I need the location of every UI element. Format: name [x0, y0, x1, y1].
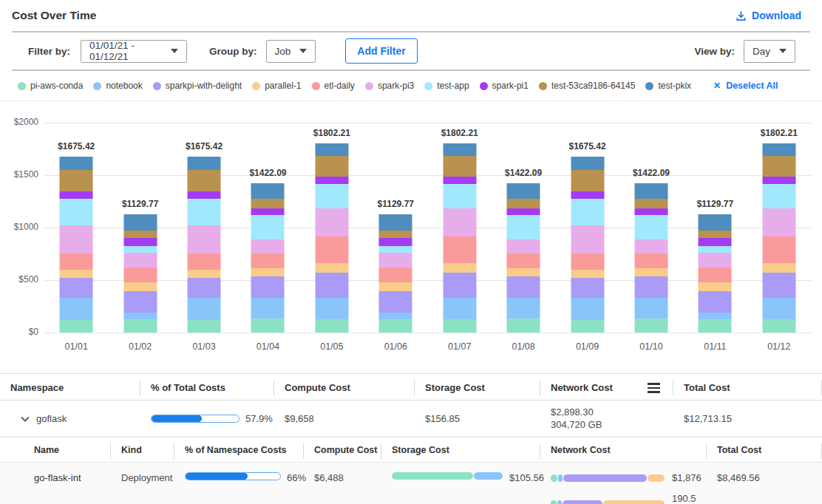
bar-segment-test-app[interactable] [188, 199, 221, 225]
legend-item-spark-pi1[interactable]: spark-pi1 [480, 81, 529, 91]
bar-segment-test-53ca9186-64145[interactable] [762, 156, 795, 177]
legend-item-parallel-1[interactable]: parallel-1 [252, 81, 301, 91]
bar-segment-pi-aws-conda[interactable] [315, 319, 348, 333]
bar-segment-etl-daily[interactable] [634, 253, 668, 268]
col-pct-namespace-costs[interactable]: % of Namespace Costs [174, 437, 304, 463]
stacked-bar-01/08[interactable] [507, 183, 540, 333]
bar-segment-etl-daily[interactable] [699, 268, 732, 282]
bar-segment-parallel-1[interactable] [571, 270, 604, 278]
bar-segment-test-53ca9186-64145[interactable] [188, 170, 221, 191]
legend-item-pi-aws-conda[interactable]: pi-aws-conda [18, 81, 83, 91]
bar-segment-notebook[interactable] [699, 313, 732, 319]
bar-segment-notebook[interactable] [188, 298, 221, 319]
stacked-bar-01/05[interactable] [315, 143, 348, 333]
col-pct-total-costs[interactable]: % of Total Costs [140, 374, 274, 401]
bar-segment-sparkpi-with-delight[interactable] [188, 278, 221, 299]
bar-segment-test-53ca9186-64145[interactable] [571, 170, 604, 191]
bar-segment-parallel-1[interactable] [60, 270, 93, 278]
bar-segment-spark-pi1[interactable] [315, 177, 348, 184]
bar-segment-parallel-1[interactable] [123, 282, 157, 292]
bar-segment-test-53ca9186-64145[interactable] [443, 156, 476, 177]
col-storage-cost[interactable]: Storage Cost [415, 374, 540, 401]
bar-segment-test-53ca9186-64145[interactable] [379, 231, 412, 239]
bar-segment-etl-daily[interactable] [571, 253, 604, 269]
bar-segment-sparkpi-with-delight[interactable] [762, 273, 795, 297]
workload-row[interactable]: go-flask-int Deployment 66% $6,488 $105.… [0, 463, 822, 504]
legend-item-test-app[interactable]: test-app [424, 81, 469, 91]
bar-segment-test-53ca9186-64145[interactable] [507, 199, 540, 208]
bar-segment-spark-pi1[interactable] [634, 208, 668, 215]
bar-segment-pi-aws-conda[interactable] [507, 319, 540, 333]
bar-segment-sparkpi-with-delight[interactable] [699, 291, 732, 313]
bar-segment-spark-pi3[interactable] [762, 208, 795, 236]
add-filter-button[interactable]: Add Filter [345, 38, 417, 64]
stacked-bar-01/03[interactable] [188, 157, 221, 333]
bar-segment-test-53ca9186-64145[interactable] [699, 231, 732, 239]
bar-segment-spark-pi3[interactable] [251, 239, 285, 253]
bar-segment-pi-aws-conda[interactable] [443, 319, 476, 333]
stacked-bar-01/02[interactable] [123, 214, 157, 333]
bar-segment-spark-pi1[interactable] [571, 191, 604, 199]
bar-segment-test-pkix[interactable] [315, 143, 348, 156]
col-kind[interactable]: Kind [111, 437, 174, 463]
col-namespace[interactable]: Namespace [0, 374, 140, 401]
bar-segment-etl-daily[interactable] [188, 253, 221, 269]
legend-item-sparkpi-with-delight[interactable]: sparkpi-with-delight [153, 81, 242, 91]
bar-segment-test-pkix[interactable] [188, 157, 221, 170]
bar-segment-sparkpi-with-delight[interactable] [315, 273, 348, 297]
bar-segment-notebook[interactable] [634, 298, 668, 319]
bar-segment-spark-pi1[interactable] [123, 238, 157, 246]
bar-segment-etl-daily[interactable] [379, 268, 412, 282]
col-compute-cost[interactable]: Compute Cost [274, 374, 415, 401]
bar-segment-parallel-1[interactable] [443, 263, 476, 273]
bar-segment-sparkpi-with-delight[interactable] [443, 273, 476, 297]
bar-segment-parallel-1[interactable] [379, 282, 412, 292]
bar-segment-test-app[interactable] [379, 246, 412, 253]
bar-segment-spark-pi1[interactable] [699, 238, 732, 246]
column-menu-icon[interactable] [648, 383, 660, 393]
bar-segment-spark-pi1[interactable] [443, 177, 476, 184]
download-button[interactable]: Download [736, 10, 801, 21]
bar-segment-test-53ca9186-64145[interactable] [251, 199, 285, 208]
bar-segment-pi-aws-conda[interactable] [634, 319, 668, 333]
bar-segment-test-app[interactable] [443, 184, 476, 208]
stacked-bar-01/09[interactable] [571, 157, 604, 333]
bar-segment-test-53ca9186-64145[interactable] [123, 231, 157, 239]
bar-segment-spark-pi3[interactable] [634, 239, 668, 253]
legend-item-notebook[interactable]: notebook [93, 81, 142, 91]
bar-segment-parallel-1[interactable] [188, 270, 221, 278]
col-network-cost[interactable]: Network Cost [540, 374, 673, 401]
bar-segment-test-app[interactable] [762, 184, 795, 208]
bar-segment-test-pkix[interactable] [762, 143, 795, 156]
bar-segment-test-app[interactable] [634, 215, 668, 239]
col-total-cost[interactable]: Total Cost [707, 437, 822, 463]
bar-segment-notebook[interactable] [507, 298, 540, 319]
bar-segment-test-app[interactable] [507, 215, 540, 239]
bar-segment-etl-daily[interactable] [60, 253, 93, 269]
bar-segment-spark-pi1[interactable] [507, 208, 540, 215]
bar-segment-parallel-1[interactable] [762, 263, 795, 273]
bar-segment-etl-daily[interactable] [443, 236, 476, 263]
bar-segment-spark-pi3[interactable] [571, 225, 604, 253]
stacked-bar-01/01[interactable] [60, 157, 93, 333]
legend-item-test-53ca9186-64145[interactable]: test-53ca9186-64145 [539, 81, 635, 91]
bar-segment-pi-aws-conda[interactable] [123, 319, 157, 333]
bar-segment-parallel-1[interactable] [315, 263, 348, 273]
stacked-bar-01/12[interactable] [762, 143, 795, 333]
bar-segment-spark-pi3[interactable] [379, 253, 412, 268]
bar-segment-sparkpi-with-delight[interactable] [507, 276, 540, 298]
bar-segment-etl-daily[interactable] [123, 268, 157, 282]
legend-item-test-pkix[interactable]: test-pkix [645, 81, 691, 91]
bar-segment-spark-pi3[interactable] [188, 225, 221, 253]
stacked-bar-01/10[interactable] [634, 183, 668, 333]
bar-segment-sparkpi-with-delight[interactable] [634, 276, 668, 298]
bar-segment-pi-aws-conda[interactable] [699, 319, 732, 333]
bar-segment-spark-pi3[interactable] [443, 208, 476, 236]
bar-segment-spark-pi3[interactable] [315, 208, 348, 236]
bar-segment-sparkpi-with-delight[interactable] [379, 291, 412, 313]
bar-segment-test-53ca9186-64145[interactable] [634, 199, 668, 208]
date-range-select[interactable]: 01/01/21 - 01/12/21 [81, 40, 187, 63]
bar-segment-notebook[interactable] [315, 298, 348, 319]
bar-segment-etl-daily[interactable] [315, 236, 348, 263]
bar-segment-spark-pi3[interactable] [507, 239, 540, 253]
